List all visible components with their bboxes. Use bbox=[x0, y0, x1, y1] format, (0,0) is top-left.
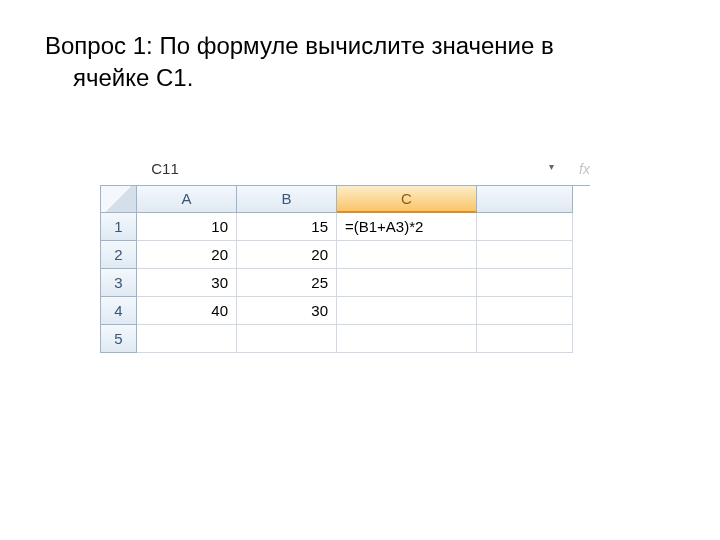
dropdown-icon[interactable]: ▾ bbox=[543, 161, 559, 177]
cell-d3[interactable] bbox=[477, 269, 573, 297]
spreadsheet-grid: A B C 1 10 15 =(B1+A3)*2 2 20 20 3 30 25… bbox=[100, 185, 590, 353]
col-header-c[interactable]: C bbox=[337, 186, 477, 213]
cell-c2[interactable] bbox=[337, 241, 477, 269]
name-box-row: C11 ▾ fx bbox=[100, 155, 590, 183]
cell-b3[interactable]: 25 bbox=[237, 269, 337, 297]
row-header-4[interactable]: 4 bbox=[101, 297, 137, 325]
col-header-d[interactable] bbox=[477, 186, 573, 213]
cell-d5[interactable] bbox=[477, 325, 573, 353]
cell-c1[interactable]: =(B1+A3)*2 bbox=[337, 213, 477, 241]
question-line-1: Вопрос 1: По формуле вычислите значение … bbox=[45, 32, 554, 59]
formula-bar-area: fx bbox=[579, 161, 590, 177]
row-header-3[interactable]: 3 bbox=[101, 269, 137, 297]
cell-a4[interactable]: 40 bbox=[137, 297, 237, 325]
cell-b1[interactable]: 15 bbox=[237, 213, 337, 241]
cell-a2[interactable]: 20 bbox=[137, 241, 237, 269]
cell-a5[interactable] bbox=[137, 325, 237, 353]
cell-a3[interactable]: 30 bbox=[137, 269, 237, 297]
row-header-5[interactable]: 5 bbox=[101, 325, 137, 353]
cell-a1[interactable]: 10 bbox=[137, 213, 237, 241]
fx-icon[interactable]: fx bbox=[579, 161, 590, 177]
question-text: Вопрос 1: По формуле вычислите значение … bbox=[40, 30, 680, 95]
cell-d1[interactable] bbox=[477, 213, 573, 241]
cell-c5[interactable] bbox=[337, 325, 477, 353]
cell-c3[interactable] bbox=[337, 269, 477, 297]
row-header-2[interactable]: 2 bbox=[101, 241, 137, 269]
row-header-1[interactable]: 1 bbox=[101, 213, 137, 241]
question-line-2: ячейке C1. bbox=[45, 62, 680, 94]
cell-c4[interactable] bbox=[337, 297, 477, 325]
cell-d2[interactable] bbox=[477, 241, 573, 269]
excel-screenshot: C11 ▾ fx A B C 1 10 15 =(B1+A3)*2 2 20 2… bbox=[100, 155, 590, 353]
col-header-b[interactable]: B bbox=[237, 186, 337, 213]
cell-b5[interactable] bbox=[237, 325, 337, 353]
slide: Вопрос 1: По формуле вычислите значение … bbox=[0, 0, 720, 540]
col-header-a[interactable]: A bbox=[137, 186, 237, 213]
cell-d4[interactable] bbox=[477, 297, 573, 325]
select-all-corner[interactable] bbox=[101, 186, 137, 213]
cell-b4[interactable]: 30 bbox=[237, 297, 337, 325]
cell-b2[interactable]: 20 bbox=[237, 241, 337, 269]
name-box[interactable]: C11 bbox=[100, 160, 230, 177]
